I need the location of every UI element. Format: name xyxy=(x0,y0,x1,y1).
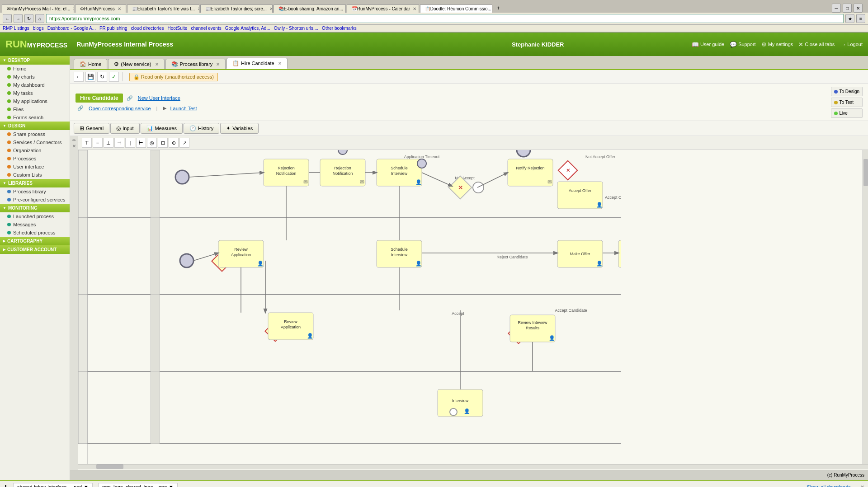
back-button[interactable]: ← xyxy=(3,14,12,23)
bookmark-cloud[interactable]: cloud directories xyxy=(131,26,164,31)
sidebar-item-process-library[interactable]: Process library xyxy=(0,187,70,196)
sidebar-item-organization[interactable]: Organization xyxy=(0,146,70,155)
tab-close-icon[interactable]: ✕ xyxy=(278,61,282,66)
restore-button[interactable]: □ xyxy=(843,4,852,13)
sidebar-section-customer-account-header[interactable]: ▶ CUSTOMER ACCOUNT xyxy=(0,245,70,254)
url-input[interactable] xyxy=(46,14,844,23)
download-item-2[interactable]: rmp_logo_shared_inbo....png ▼ xyxy=(98,483,178,487)
diag-zoom-out[interactable]: ⊕ xyxy=(169,138,179,148)
support-button[interactable]: 💬 Support xyxy=(730,41,756,48)
sidebar-item-forms-search[interactable]: Forms search xyxy=(0,113,70,122)
close-downloads-icon[interactable]: ✕ xyxy=(860,484,864,487)
tab-close-6[interactable]: ✕ xyxy=(413,6,416,11)
sidebar-item-preconfigured-services[interactable]: Pre-configured services xyxy=(0,196,70,204)
download-item-1[interactable]: shared-inbox-interface-....psd ▼ xyxy=(13,483,93,487)
toolbar-back-btn[interactable]: ← xyxy=(74,72,84,82)
sidebar-item-home[interactable]: Home xyxy=(0,65,70,73)
input-button[interactable]: ◎ Input xyxy=(110,123,139,134)
diag-align-mid[interactable]: ≡ xyxy=(93,138,103,148)
home-button[interactable]: ⌂ xyxy=(35,14,44,23)
browser-tab-7[interactable]: 📋 Doodle: Réunion Commissio... ✕ xyxy=(420,5,492,13)
forward-button[interactable]: → xyxy=(14,14,23,23)
sidebar-item-my-applications[interactable]: My applications xyxy=(0,97,70,105)
my-settings-button[interactable]: ⚙ My settings xyxy=(761,41,793,48)
tab-new-service[interactable]: ⚙ (New service) ✕ xyxy=(108,59,164,69)
diag-zoom-in[interactable]: ◎ xyxy=(147,138,157,148)
diag-zoom-fit[interactable]: ⊡ xyxy=(158,138,168,148)
bookmark-owly[interactable]: Ow.ly - Shorten urls,... xyxy=(274,26,318,31)
sidebar-item-launched-process[interactable]: Launched process xyxy=(0,212,70,220)
bookmark-dashboard[interactable]: Dashboard - Google A... xyxy=(47,26,96,31)
refresh-button[interactable]: ↻ xyxy=(24,14,33,23)
sidebar-item-services-connectors[interactable]: Services / Connectors xyxy=(0,138,70,146)
bookmark-blogs[interactable]: blogs xyxy=(33,26,44,31)
toolbar-save-btn[interactable]: 💾 xyxy=(85,72,95,82)
tab-close-1[interactable]: ✕ xyxy=(73,6,74,11)
browser-tab-1[interactable]: ✉ RunMyProcess Mail - Re: el... ✕ xyxy=(2,5,74,13)
variables-button[interactable]: ✦ Variables xyxy=(220,123,259,134)
general-button[interactable]: ⊞ General xyxy=(74,123,109,134)
browser-tab-6[interactable]: 📅 RunMyProcess - Calendar ✕ xyxy=(347,5,419,13)
launch-test-link[interactable]: Launch Test xyxy=(170,106,197,111)
browser-tab-3[interactable]: 📰 Elizabeth Taylor's life was f... ✕ xyxy=(127,5,199,13)
pencil-icon[interactable]: ✏ xyxy=(72,138,76,143)
history-button[interactable]: 🕐 History xyxy=(184,123,219,134)
open-corresponding-service-link[interactable]: Open corresponding service xyxy=(89,106,151,111)
minimize-button[interactable]: ─ xyxy=(832,4,841,13)
sidebar-item-messages[interactable]: Messages xyxy=(0,220,70,229)
sidebar-section-design-header[interactable]: ▼ DESIGN xyxy=(0,122,70,130)
diag-align-bot[interactable]: ⊥ xyxy=(104,138,113,148)
vertical-scrollbar[interactable] xyxy=(863,150,868,469)
to-test-button[interactable]: To Test xyxy=(831,98,863,107)
bookmark-google-analytics[interactable]: Google Analytics, Ad... xyxy=(225,26,270,31)
star-button[interactable]: ★ xyxy=(845,14,854,23)
tab-close-2[interactable]: ✕ xyxy=(118,6,121,11)
diag-align-right[interactable]: ⊢ xyxy=(136,138,146,148)
sidebar-item-my-dashboard[interactable]: My dashboard xyxy=(0,81,70,89)
sidebar-item-my-charts[interactable]: My charts xyxy=(0,73,70,81)
bookmark-rmp[interactable]: RMP Listings xyxy=(3,26,29,31)
tab-process-library[interactable]: 📚 Process library ✕ xyxy=(165,59,226,69)
tab-home[interactable]: 🏠 Home xyxy=(74,59,107,69)
diag-align-top[interactable]: ⊤ xyxy=(82,138,92,148)
sidebar-section-monitoring-header[interactable]: ▼ MONITORING xyxy=(0,204,70,212)
close-all-tabs-button[interactable]: ✕ Close all tabs xyxy=(798,41,835,48)
toolbar-refresh-btn[interactable]: ↻ xyxy=(97,72,107,82)
sidebar-item-my-tasks[interactable]: My tasks xyxy=(0,89,70,97)
measures-button[interactable]: 📊 Measures xyxy=(141,123,183,134)
horizontal-scrollbar[interactable] xyxy=(78,464,868,469)
scrollbar-thumb[interactable] xyxy=(863,159,868,186)
browser-tab-2[interactable]: ⚙ RunMyProcess ✕ xyxy=(75,5,126,13)
new-user-interface-link[interactable]: New User Interface xyxy=(138,95,180,101)
tab-close-icon[interactable]: ✕ xyxy=(216,62,220,67)
close-window-button[interactable]: ✕ xyxy=(854,4,863,13)
new-tab-button[interactable]: + xyxy=(493,4,504,13)
live-button[interactable]: Live xyxy=(831,108,863,118)
sidebar-section-cartography-header[interactable]: ▶ CARTOGRAPHY xyxy=(0,237,70,245)
bookmark-other[interactable]: Other bookmarks xyxy=(322,26,357,31)
bookmark-pr[interactable]: PR publishing xyxy=(99,26,127,31)
menu-button[interactable]: ≡ xyxy=(856,14,865,23)
show-all-downloads-link[interactable]: Show all downloads... xyxy=(807,484,855,487)
bookmark-hootsuite[interactable]: HootSuite xyxy=(167,26,187,31)
scrollbar-thumb-h[interactable] xyxy=(96,464,123,469)
cursor-icon[interactable]: ✕ xyxy=(72,144,76,149)
sidebar-item-custom-lists[interactable]: Custom Lists xyxy=(0,171,70,179)
sidebar-section-desktop-header[interactable]: ▼ DESKTOP xyxy=(0,56,70,65)
bookmark-channel[interactable]: channel events xyxy=(191,26,221,31)
sidebar-item-files[interactable]: Files xyxy=(0,105,70,113)
user-guide-button[interactable]: 📖 User guide xyxy=(692,41,724,48)
diag-align-left[interactable]: ⊣ xyxy=(114,138,124,148)
diag-export[interactable]: ↗ xyxy=(179,138,189,148)
sidebar-item-scheduled-process[interactable]: Scheduled process xyxy=(0,229,70,237)
tab-close-4[interactable]: ✕ xyxy=(269,6,273,11)
logout-button[interactable]: → Logout xyxy=(840,41,863,48)
browser-tab-4[interactable]: 📰 Elizabeth Taylor dies; scre... ✕ xyxy=(200,5,273,13)
tab-close-icon[interactable]: ✕ xyxy=(155,62,159,67)
download-chevron-icon[interactable]: ▼ xyxy=(84,484,89,487)
diagram-main[interactable]: ⊤ ≡ ⊥ ⊣ | ⊢ ◎ ⊡ ⊕ ↗ xyxy=(78,136,868,470)
browser-tab-5[interactable]: 📚 E-book sharing: Amazon an... ✕ xyxy=(274,5,346,13)
tab-close-3[interactable]: ✕ xyxy=(198,6,199,11)
toolbar-green-btn[interactable]: ✓ xyxy=(109,72,119,82)
sidebar-item-processes[interactable]: Processes xyxy=(0,155,70,163)
